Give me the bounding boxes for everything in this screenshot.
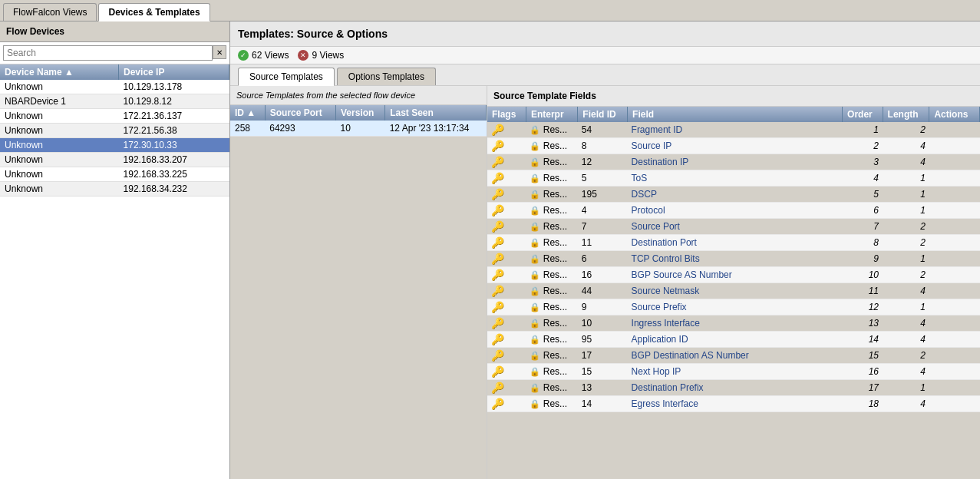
order-cell: 10: [843, 267, 883, 283]
search-clear-button[interactable]: ✕: [213, 45, 226, 59]
device-ip-cell: 192.168.34.232: [119, 182, 229, 197]
field-row[interactable]: 🔑 🔒 Res... 5 ToS 4 1: [487, 170, 980, 187]
field-row[interactable]: 🔑 🔒 Res... 16 BGP Source AS Number 10 2: [487, 267, 980, 283]
lock-icon: 🔒: [530, 302, 540, 312]
device-ip-cell: 10.129.8.12: [119, 94, 229, 109]
field-row[interactable]: 🔑 🔒 Res... 4 Protocol 6 1: [487, 203, 980, 219]
actions-cell: [929, 380, 980, 396]
field-row[interactable]: 🔑 🔒 Res... 14 Egress Interface 18 4: [487, 396, 980, 412]
order-cell: 18: [843, 396, 883, 412]
template-lastseen-header[interactable]: Last Seen: [385, 105, 487, 121]
template-sourceport-cell: 64293: [265, 121, 335, 137]
order-cell: 9: [843, 251, 883, 267]
field-row[interactable]: 🔑 🔒 Res... 54 Fragment ID 1 2: [487, 122, 980, 138]
enterprise-cell: 🔒 Res...: [526, 332, 577, 348]
field-row[interactable]: 🔑 🔒 Res... 8 Source IP 2 4: [487, 138, 980, 154]
lock-icon: 🔒: [530, 173, 540, 183]
fields-table: Flags Enterpr Field ID Field Order Lengt…: [487, 107, 980, 479]
length-cell: 1: [883, 203, 929, 219]
field-row[interactable]: 🔑 🔒 Res... 44 Source Netmask 11 4: [487, 283, 980, 299]
field-row[interactable]: 🔑 🔒 Res... 17 BGP Destination AS Number …: [487, 348, 980, 364]
actions-cell: [929, 154, 980, 170]
field-name-cell: BGP Source AS Number: [628, 267, 843, 283]
enterprise-cell: 🔒 Res...: [526, 203, 577, 219]
field-row[interactable]: 🔑 🔒 Res... 15 Next Hop IP 16 4: [487, 364, 980, 380]
template-sourceport-header[interactable]: Source Port: [265, 105, 335, 121]
field-name-cell: Source Prefix: [628, 299, 843, 315]
fieldid-cell: 44: [578, 283, 628, 299]
order-cell: 13: [843, 315, 883, 332]
field-column-header[interactable]: Field: [628, 107, 843, 122]
field-row[interactable]: 🔑 🔒 Res... 95 Application ID 14 4: [487, 332, 980, 348]
actions-cell: [929, 283, 980, 299]
fieldid-cell: 13: [578, 380, 628, 396]
device-ip-column-header[interactable]: Device IP: [119, 64, 229, 80]
tab-flowfalcon-views[interactable]: FlowFalcon Views: [3, 3, 97, 21]
device-row[interactable]: NBARDevice 110.129.8.12: [0, 94, 229, 109]
device-row[interactable]: Unknown192.168.34.232: [0, 182, 229, 197]
field-row[interactable]: 🔑 🔒 Res... 10 Ingress Interface 13 4: [487, 315, 980, 332]
tab-devices-templates[interactable]: Devices & Templates: [98, 3, 210, 21]
device-name-cell: Unknown: [0, 109, 119, 124]
template-version-cell: 10: [336, 121, 385, 137]
actions-column-header[interactable]: Actions: [929, 107, 980, 122]
actions-cell: [929, 364, 980, 380]
key-icon: 🔑: [491, 204, 504, 216]
template-version-header[interactable]: Version: [336, 105, 385, 121]
fieldid-cell: 4: [578, 203, 628, 219]
template-row[interactable]: 258642931012 Apr '23 13:17:34: [230, 121, 487, 137]
order-cell: 14: [843, 332, 883, 348]
field-row[interactable]: 🔑 🔒 Res... 9 Source Prefix 12 1: [487, 299, 980, 315]
device-row[interactable]: Unknown10.129.13.178: [0, 80, 229, 94]
flags-cell: 🔑: [487, 187, 526, 203]
field-name-cell: Source Netmask: [628, 283, 843, 299]
device-table: Device Name ▲ Device IP Unknown10.129.13…: [0, 64, 229, 479]
enterprise-cell: 🔒 Res...: [526, 187, 577, 203]
device-row[interactable]: Unknown172.30.10.33: [0, 138, 229, 153]
fieldid-column-header[interactable]: Field ID: [578, 107, 628, 122]
order-column-header[interactable]: Order: [843, 107, 883, 122]
field-row[interactable]: 🔑 🔒 Res... 13 Destination Prefix 17 1: [487, 380, 980, 396]
lock-icon: 🔒: [530, 141, 540, 150]
flags-cell: 🔑: [487, 396, 526, 412]
search-input[interactable]: [3, 45, 213, 61]
tab-source-templates[interactable]: Source Templates: [238, 68, 335, 86]
actions-cell: [929, 251, 980, 267]
field-row[interactable]: 🔑 🔒 Res... 7 Source Port 7 2: [487, 219, 980, 235]
device-name-column-header[interactable]: Device Name ▲: [0, 64, 119, 80]
field-row[interactable]: 🔑 🔒 Res... 11 Destination Port 8 2: [487, 235, 980, 251]
length-column-header[interactable]: Length: [883, 107, 929, 122]
field-row[interactable]: 🔑 🔒 Res... 12 Destination IP 3 4: [487, 154, 980, 170]
enterprise-column-header[interactable]: Enterpr: [526, 107, 577, 122]
flags-cell: 🔑: [487, 219, 526, 235]
flags-cell: 🔑: [487, 283, 526, 299]
red-x-icon: ✕: [298, 50, 309, 61]
lock-icon: 🔒: [530, 254, 540, 263]
red-views-count: 9 Views: [312, 50, 344, 61]
flags-column-header[interactable]: Flags: [487, 107, 526, 122]
device-row[interactable]: Unknown192.168.33.225: [0, 167, 229, 182]
device-row[interactable]: Unknown172.21.56.38: [0, 124, 229, 138]
actions-cell: [929, 235, 980, 251]
field-row[interactable]: 🔑 🔒 Res... 195 DSCP 5 1: [487, 187, 980, 203]
left-panel: Flow Devices ✕ Device Name ▲ Device IP U…: [0, 21, 230, 479]
tab-options-templates[interactable]: Options Templates: [337, 68, 436, 85]
key-icon: 🔑: [491, 269, 504, 281]
flags-cell: 🔑: [487, 299, 526, 315]
device-ip-cell: 172.21.36.137: [119, 109, 229, 124]
order-cell: 12: [843, 299, 883, 315]
length-cell: 2: [883, 122, 929, 138]
enterprise-cell: 🔒 Res...: [526, 380, 577, 396]
device-row[interactable]: Unknown192.168.33.207: [0, 153, 229, 167]
device-row[interactable]: Unknown172.21.36.137: [0, 109, 229, 124]
template-id-cell: 258: [230, 121, 265, 137]
lock-icon: 🔒: [530, 157, 540, 167]
fields-header: Source Template Fields: [487, 86, 980, 107]
length-cell: 4: [883, 364, 929, 380]
length-cell: 4: [883, 154, 929, 170]
template-id-header[interactable]: ID ▲: [230, 105, 265, 121]
views-bar: ✓ 62 Views ✕ 9 Views: [230, 47, 980, 64]
enterprise-cell: 🔒 Res...: [526, 251, 577, 267]
lock-icon: 🔒: [530, 206, 540, 215]
field-row[interactable]: 🔑 🔒 Res... 6 TCP Control Bits 9 1: [487, 251, 980, 267]
